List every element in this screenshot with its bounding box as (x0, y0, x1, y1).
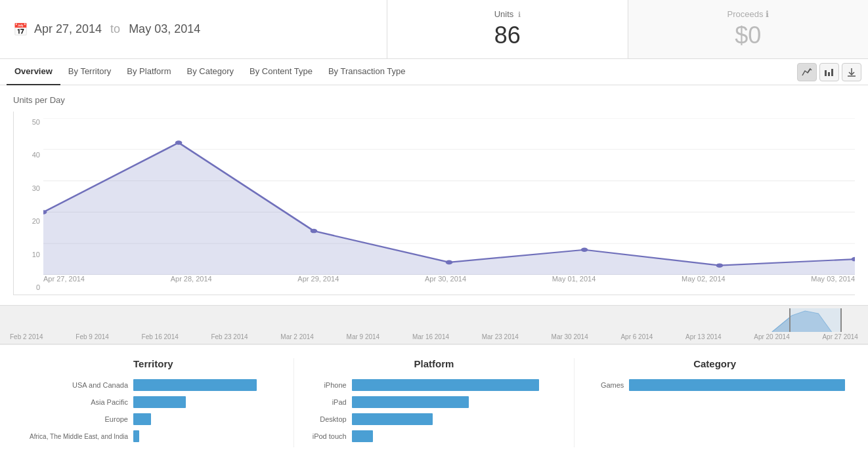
timeline-selection[interactable] (789, 308, 842, 332)
tab-by-content-type[interactable]: By Content Type (242, 59, 320, 85)
y-label-30: 30 (14, 184, 40, 192)
timeline-labels: Feb 2 2014 Feb 9 2014 Feb 16 2014 Feb 23… (10, 333, 858, 340)
bar-label-asia: Asia Pacific (23, 398, 128, 406)
line-chart-button[interactable] (797, 63, 817, 81)
y-axis: 0 10 20 30 40 50 (14, 112, 43, 295)
bar-fill-desktop (352, 413, 433, 425)
platform-title: Platform (304, 358, 565, 369)
bar-row-ipad: iPad (304, 396, 565, 408)
svg-point-13 (175, 140, 183, 145)
proceeds-value: $0 (735, 22, 761, 49)
units-value: 86 (494, 22, 521, 49)
bar-label-europe: Europe (23, 415, 128, 423)
svg-point-15 (446, 260, 453, 265)
tabs-bar: Overview By Territory By Platform By Cat… (0, 59, 868, 85)
x-label-2: Apr 29, 2014 (297, 275, 339, 295)
tab-by-territory[interactable]: By Territory (60, 59, 119, 85)
territory-chart: Territory USA and Canada Asia Pacific Eu… (13, 358, 294, 447)
bar-label-ipodtouch: iPod touch (304, 432, 347, 440)
bar-fill-usa (133, 379, 257, 391)
tl-5: Mar 9 2014 (347, 333, 380, 340)
bar-fill-asia (133, 396, 186, 408)
top-bar: 📅 Apr 27, 2014 to May 03, 2014 Units ℹ 8… (0, 0, 868, 59)
tab-by-category[interactable]: By Category (179, 59, 242, 85)
proceeds-box: Proceeds ℹ $0 (628, 0, 869, 58)
date-to-label: to (110, 22, 120, 35)
tl-8: Mar 30 2014 (552, 333, 588, 340)
tab-by-platform[interactable]: By Platform (119, 59, 179, 85)
date-range: 📅 Apr 27, 2014 to May 03, 2014 (0, 0, 387, 58)
y-label-40: 40 (14, 151, 40, 159)
bar-container-usa (133, 379, 284, 391)
chart-type-actions (797, 63, 861, 81)
x-label-1: Apr 28, 2014 (171, 275, 212, 295)
x-label-6: May 03, 2014 (811, 275, 855, 295)
calendar-icon: 📅 (13, 22, 28, 37)
svg-point-17 (716, 263, 724, 268)
bar-label-africa: Africa, The Middle East, and India (23, 433, 128, 440)
bar-fill-ipad (352, 396, 469, 408)
bar-row-iphone: iPhone (304, 379, 565, 391)
date-text: Apr 27, 2014 to May 03, 2014 (34, 22, 200, 36)
bar-row-asia: Asia Pacific (23, 396, 284, 408)
bar-container-asia (133, 396, 284, 408)
x-label-3: Apr 30, 2014 (425, 275, 466, 295)
bar-row-games: Games (584, 379, 845, 391)
tl-3: Feb 23 2014 (211, 333, 248, 340)
bar-label-iphone: iPhone (304, 381, 347, 389)
territory-title: Territory (23, 358, 284, 369)
y-label-50: 50 (14, 118, 40, 126)
bar-fill-africa (133, 430, 139, 442)
bar-container-games (629, 379, 845, 391)
date-from: Apr 27, 2014 (34, 22, 102, 35)
timeline-bar[interactable]: Feb 2 2014 Feb 9 2014 Feb 16 2014 Feb 23… (0, 305, 868, 344)
bottom-charts: Territory USA and Canada Asia Pacific Eu… (0, 344, 868, 450)
category-chart: Category Games (575, 358, 855, 447)
bar-label-games: Games (584, 381, 624, 389)
bar-chart-button[interactable] (819, 63, 839, 81)
tl-2: Feb 16 2014 (142, 333, 179, 340)
y-label-0: 0 (14, 283, 40, 291)
units-label: Units ℹ (494, 9, 521, 19)
tab-overview[interactable]: Overview (7, 59, 60, 85)
bar-fill-games (629, 379, 845, 391)
tab-by-transaction-type[interactable]: By Transaction Type (320, 59, 414, 85)
bar-container-desktop (352, 413, 565, 425)
svg-rect-1 (828, 72, 830, 76)
download-button[interactable] (842, 63, 861, 81)
units-info-icon: ℹ (518, 10, 521, 18)
bar-container-ipad (352, 396, 565, 408)
bar-fill-europe (133, 413, 151, 425)
tl-9: Apr 6 2014 (620, 333, 653, 340)
svg-rect-2 (831, 69, 833, 76)
bar-fill-iphone (352, 379, 539, 391)
svg-point-16 (581, 248, 588, 253)
tl-1: Feb 9 2014 (76, 333, 109, 340)
tl-12: Apr 27 2014 (822, 333, 858, 340)
chart-title: Units per Day (13, 95, 855, 105)
y-label-10: 10 (14, 251, 40, 258)
bar-row-desktop: Desktop (304, 413, 565, 425)
bar-container-europe (133, 413, 284, 425)
units-box: Units ℹ 86 (387, 0, 628, 58)
platform-chart: Platform iPhone iPad Desktop iPod touch (294, 358, 575, 447)
x-label-4: May 01, 2014 (552, 275, 596, 295)
bar-fill-ipodtouch (352, 430, 373, 442)
x-labels: Apr 27, 2014 Apr 28, 2014 Apr 29, 2014 A… (43, 275, 855, 295)
chart-plot (43, 118, 855, 275)
proceeds-info-icon: ℹ (766, 9, 769, 19)
svg-rect-0 (825, 70, 827, 76)
bar-row-ipodtouch: iPod touch (304, 430, 565, 442)
main-content: Units per Day 0 10 20 30 40 50 (0, 85, 868, 305)
x-label-0: Apr 27, 2014 (43, 275, 85, 295)
x-label-5: May 02, 2014 (682, 275, 726, 295)
bar-container-ipodtouch (352, 430, 565, 442)
bar-label-ipad: iPad (304, 398, 347, 406)
y-label-20: 20 (14, 217, 40, 225)
bar-row-europe: Europe (23, 413, 284, 425)
svg-point-14 (311, 229, 318, 234)
bar-container-iphone (352, 379, 565, 391)
category-title: Category (584, 358, 845, 369)
tl-0: Feb 2 2014 (10, 333, 43, 340)
tl-10: Apr 13 2014 (685, 333, 722, 340)
